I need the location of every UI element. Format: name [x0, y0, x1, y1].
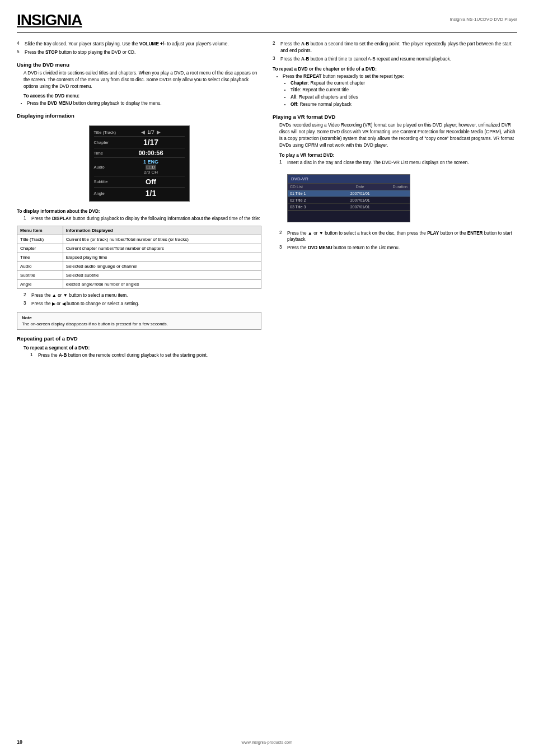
osd-title-value: ◀ 1/7 ▶: [118, 129, 185, 135]
repeat-type-off: Off: Resume normal playback: [291, 101, 517, 108]
osd-audio-ch-info: 2/0 CH: [144, 170, 158, 175]
table-cell-subtitle: Subtitle: [17, 271, 63, 280]
vr-step1-num: 1: [279, 160, 282, 165]
repeat-steps: 1 Press the A-B button on the remote con…: [17, 352, 261, 359]
repeat-type-title: Title: Repeat the current title: [291, 87, 517, 94]
dvd-vr-title3: 03 Title 3: [290, 205, 335, 209]
left-column: 4 Slide the tray closed. Your player sta…: [17, 41, 261, 361]
osd-title-label: Title (Track): [94, 130, 118, 135]
osd-audio-row: Audio 1 ENG □□D 2/0 CH: [94, 158, 185, 176]
display-steps-2-3: 2 Press the ▲ or ▼ button to select a me…: [17, 292, 261, 307]
osd-chapter-label: Chapter: [94, 140, 118, 145]
repeat-type-chapter: Chapter: Repeat the current chapter: [291, 80, 517, 87]
display-step3-text: Press the ▶ or ◀ button to change or sel…: [31, 301, 139, 306]
dvd-vr-row-2: 02 Title 2 2007/01/01: [288, 197, 410, 204]
osd-nav-left: ◀: [141, 129, 145, 135]
osd-nav-right: ▶: [157, 129, 161, 135]
dvd-vr-screen-container: DVD-VR CD List Date Duration 01 Title 1 …: [287, 170, 517, 227]
dvd-vr-row-3: 03 Title 3 2007/01/01: [288, 204, 410, 211]
display-step1-num: 1: [24, 216, 26, 221]
osd-angle-row: Angle 1/1: [94, 188, 185, 199]
vr-step1: 1 Insert a disc in the tray and close th…: [279, 160, 517, 166]
dvd-vr-dur3: [385, 205, 407, 209]
dvd-vr-date3: 2007/01/01: [338, 205, 383, 209]
vr-step3: 3 Press the DVD MENU button to return to…: [279, 245, 517, 251]
dvd-vr-header-row: CD List Date Duration: [288, 184, 410, 190]
osd-title-row: Title (Track) ◀ 1/7 ▶: [94, 128, 185, 137]
table-header-menuitem: Menu Item: [17, 226, 63, 235]
osd-time-label: Time: [94, 151, 118, 156]
repeat-step2-num: 2: [273, 41, 275, 46]
access-dvd-menu-heading: To access the DVD menu:: [17, 94, 261, 99]
display-step1-text: Press the DISPLAY button during playback…: [31, 216, 260, 221]
repeat-dvd-item: Press the REPEAT button repeatedly to se…: [283, 73, 517, 108]
dvd-vr-screen: DVD-VR CD List Date Duration 01 Title 1 …: [287, 174, 410, 222]
display-info-step-heading: To display information about the DVD:: [17, 209, 261, 214]
dvd-vr-date1: 2007/01/01: [338, 192, 383, 195]
table-row: Time Elapsed playing time: [17, 253, 261, 262]
repeat-dvd-subheading: To repeat a DVD or the chapter or title …: [273, 67, 517, 72]
display-info-heading: Displaying information: [17, 113, 261, 119]
dvd-vr-date2: 2007/01/01: [338, 198, 383, 202]
dvd-vr-title-bar: DVD-VR: [288, 175, 410, 184]
brand-logo: INSIGNIA: [17, 11, 82, 29]
osd-display-image: Title (Track) ◀ 1/7 ▶ Chapter 1/17: [89, 125, 190, 202]
step5: 5 Press the STOP button to stop playing …: [17, 49, 261, 56]
vr-step3-num: 3: [279, 245, 282, 250]
table-row: Title (Track) Current title (or track) n…: [17, 235, 261, 244]
repeat-step2-text: Press the A-B button a second time to se…: [280, 41, 512, 53]
dvd-vr-title2: 02 Title 2: [290, 198, 335, 202]
table-cell-audio-info: Selected audio language or channel: [63, 262, 261, 271]
repeat-step2: 2 Press the A-B button a second time to …: [273, 41, 517, 54]
dvd-menu-body: A DVD is divided into sections called ti…: [17, 70, 261, 90]
osd-audio-lang: 1 ENG: [143, 159, 158, 165]
repeat-steps-right: 2 Press the A-B button a second time to …: [273, 41, 517, 63]
dvd-vr-col-list: CD List: [290, 185, 335, 189]
repeat-type-all: All: Repeat all chapters and titles: [291, 94, 517, 101]
main-content: 4 Slide the tray closed. Your player sta…: [17, 41, 517, 361]
dvd-menu-heading: Using the DVD menu: [17, 62, 261, 68]
osd-audio-label: Audio: [94, 165, 118, 170]
osd-subtitle-label: Subtitle: [94, 179, 118, 184]
footer-url: www.insignia-products.com: [0, 740, 534, 745]
repeat-step1: 1 Press the A-B button on the remote con…: [30, 352, 261, 359]
vr-step2: 2 Press the ▲ or ▼ button to select a tr…: [279, 230, 517, 244]
table-cell-chapter: Chapter: [17, 244, 63, 253]
repeat-step3: 3 Press the A-B button a third time to c…: [273, 56, 517, 63]
access-dvd-menu-list: Press the DVD MENU button during playbac…: [17, 100, 261, 107]
repeat-step1-num: 1: [30, 352, 33, 357]
table-cell-angle-info: elected angle/Total number of angles: [63, 280, 261, 289]
dvd-vr-title: DVD-VR: [291, 176, 308, 181]
table-cell-title: Title (Track): [17, 235, 63, 244]
step4: 4 Slide the tray closed. Your player sta…: [17, 41, 261, 48]
osd-angle-value: 1/1: [118, 189, 185, 198]
repeat-step3-num: 3: [273, 56, 275, 61]
info-table: Menu Item Information Displayed Title (T…: [17, 226, 261, 289]
table-header-info: Information Displayed: [63, 226, 261, 235]
display-step3-num: 3: [24, 301, 26, 306]
page: INSIGNIA Insignia NS-1UCDVD DVD Player 4…: [0, 0, 534, 756]
vr-step2-num: 2: [279, 230, 282, 235]
dvd-vr-col-duration: Duration: [385, 185, 407, 189]
table-cell-time-info: Elapsed playing time: [63, 253, 261, 262]
vr-play-subheading: To play a VR format DVD:: [273, 153, 517, 158]
display-step1: 1 Press the DISPLAY button during playba…: [24, 216, 261, 222]
table-cell-subtitle-info: Selected subtitle: [63, 271, 261, 280]
page-header: INSIGNIA Insignia NS-1UCDVD DVD Player: [17, 11, 517, 33]
display-step2: 2 Press the ▲ or ▼ button to select a me…: [24, 292, 261, 299]
osd-subtitle-value: Off: [118, 178, 185, 186]
dvd-vr-footer: [288, 211, 410, 222]
display-steps: 1 Press the DISPLAY button during playba…: [17, 216, 261, 222]
display-step2-num: 2: [24, 292, 26, 297]
osd-audio-value: 1 ENG □□D 2/0 CH: [118, 159, 185, 175]
repeat-types-list: Chapter: Repeat the current chapter Titl…: [283, 80, 517, 109]
vr-steps: 1 Insert a disc in the tray and close th…: [273, 160, 517, 166]
osd-chapter-row: Chapter 1/17: [94, 137, 185, 148]
osd-title-number: 1/7: [147, 129, 154, 135]
step5-number: 5: [17, 49, 20, 54]
display-step2-text: Press the ▲ or ▼ button to select a menu…: [31, 293, 128, 298]
table-cell-audio: Audio: [17, 262, 63, 271]
repeat-step1-text: Press the A-B button on the remote contr…: [38, 353, 208, 358]
document-title: Insignia NS-1UCDVD DVD Player: [450, 17, 517, 22]
repeat-segment-subheading: To repeat a segment of a DVD:: [17, 346, 261, 351]
